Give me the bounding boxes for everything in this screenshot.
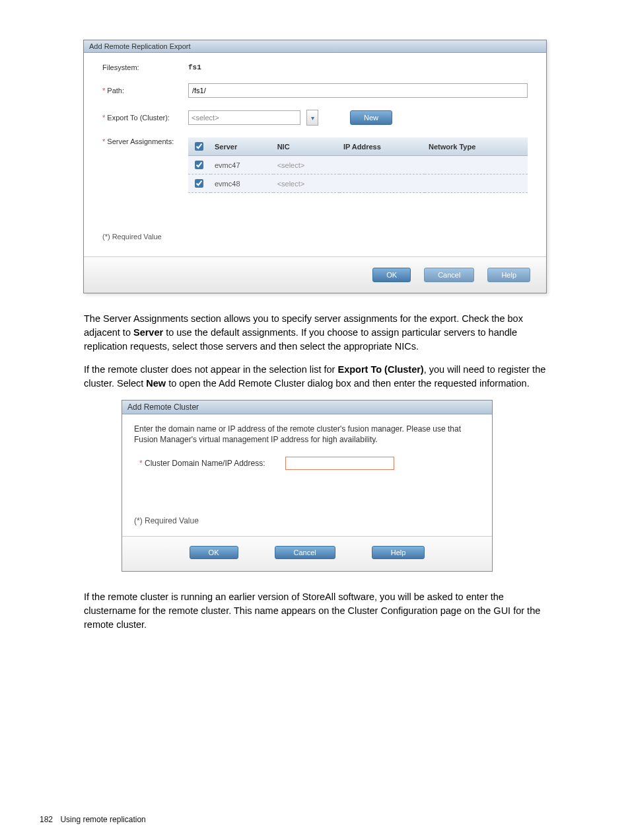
dialog-title: Add Remote Cluster: [122, 401, 492, 414]
cell-nic[interactable]: <select>: [273, 156, 339, 174]
cell-nettype: [425, 156, 528, 174]
path-label: * Path:: [102, 87, 188, 95]
page-number: 182: [40, 815, 53, 824]
col-ip: IP Address: [339, 137, 425, 156]
ok-button[interactable]: OK: [372, 268, 411, 282]
cluster-ip-label: * Cluster Domain Name/IP Address:: [139, 459, 265, 468]
table-row: evmc48 <select>: [188, 174, 528, 193]
export-to-label: * Export To (Cluster):: [102, 114, 188, 122]
check-all[interactable]: [195, 142, 203, 151]
row-check[interactable]: [195, 161, 203, 169]
server-assign-label: * Server Assignments:: [102, 137, 188, 145]
cell-nettype: [425, 174, 528, 193]
cluster-ip-row: * Cluster Domain Name/IP Address:: [139, 457, 480, 470]
ok-button[interactable]: OK: [190, 546, 238, 559]
path-row: * Path:: [102, 83, 528, 98]
required-note: (*) Required Value: [102, 233, 528, 241]
cancel-button[interactable]: Cancel: [275, 546, 335, 559]
filesystem-row: Filesystem: fs1: [102, 63, 528, 71]
prose-paragraph: The Server Assignments section allows yo…: [84, 312, 546, 354]
col-server: Server: [211, 137, 273, 156]
col-nettype: Network Type: [425, 137, 528, 156]
path-input[interactable]: [188, 83, 528, 98]
cell-ip: [339, 156, 425, 174]
add-export-dialog: Add Remote Replication Export Filesystem…: [83, 40, 547, 293]
cell-ip: [339, 174, 425, 193]
chevron-down-icon[interactable]: ▾: [306, 110, 318, 126]
required-note: (*) Required Value: [134, 516, 480, 525]
row-check[interactable]: [195, 179, 203, 188]
add-remote-cluster-dialog: Add Remote Cluster Enter the domain name…: [122, 400, 493, 572]
export-to-row: * Export To (Cluster): <select> ▾ New: [102, 110, 528, 126]
cell-server: evmc48: [211, 174, 273, 193]
help-button[interactable]: Help: [372, 546, 425, 559]
prose-paragraph: If the remote cluster does not appear in…: [84, 363, 546, 391]
cluster-ip-input[interactable]: [285, 457, 394, 470]
dialog-footer: OK Cancel Help: [84, 256, 546, 293]
cell-server: evmc47: [211, 156, 273, 174]
col-nic: NIC: [273, 137, 339, 156]
prose-paragraph: If the remote cluster is running an earl…: [84, 590, 546, 632]
help-button[interactable]: Help: [487, 268, 530, 282]
cancel-button[interactable]: Cancel: [424, 268, 474, 282]
export-to-select-wrap: <select> ▾ New: [188, 110, 392, 126]
new-button[interactable]: New: [350, 110, 392, 125]
filesystem-value: fs1: [188, 63, 201, 71]
page-footer: 182 Using remote replication: [40, 815, 146, 824]
dialog-footer: OK Cancel Help: [122, 536, 492, 571]
dialog-title: Add Remote Replication Export: [84, 40, 546, 53]
dialog-instruction: Enter the domain name or IP address of t…: [134, 424, 480, 445]
footer-section: Using remote replication: [60, 815, 145, 824]
export-to-select[interactable]: <select>: [188, 110, 300, 125]
cell-nic[interactable]: <select>: [273, 174, 339, 193]
filesystem-label: Filesystem:: [102, 63, 188, 71]
table-row: evmc47 <select>: [188, 156, 528, 174]
server-assign-row: * Server Assignments: Server NIC IP Addr…: [102, 137, 528, 193]
server-assign-table: Server NIC IP Address Network Type evmc4…: [188, 137, 528, 193]
